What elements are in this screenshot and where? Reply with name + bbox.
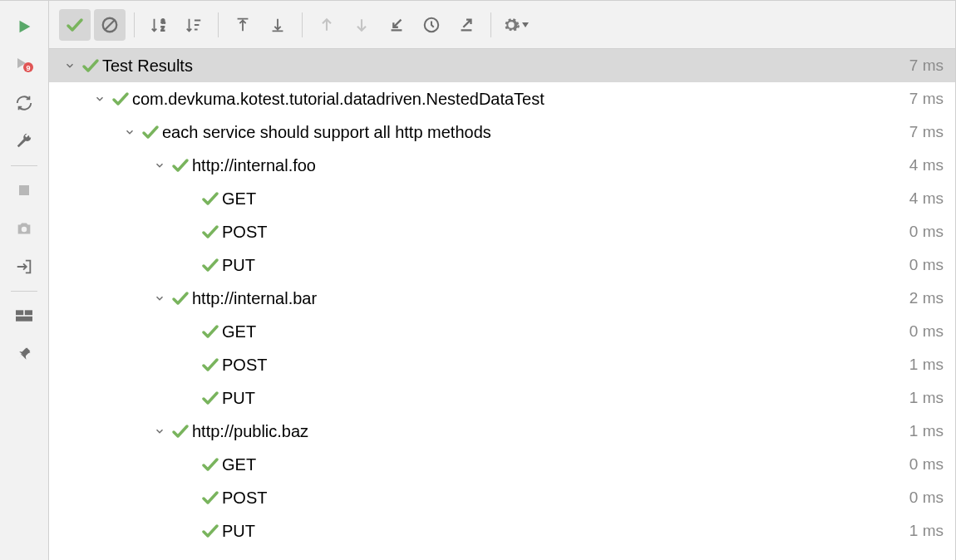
tree-label: POST — [222, 489, 909, 508]
pin-icon[interactable] — [7, 337, 41, 371]
tree-row[interactable]: GET4 ms — [49, 182, 955, 215]
separator — [134, 12, 135, 37]
chevron-down-icon[interactable] — [91, 93, 109, 105]
pass-icon — [199, 454, 222, 474]
test-toolbar: az — [49, 1, 955, 49]
chevron-down-icon[interactable] — [150, 160, 169, 171]
run-sidebar: 9 — [0, 1, 49, 560]
show-passed-toggle[interactable] — [59, 9, 91, 41]
svg-rect-5 — [25, 310, 32, 315]
pass-icon — [169, 288, 192, 308]
export-test-button[interactable] — [451, 9, 482, 41]
tree-label: POST — [222, 356, 909, 375]
show-ignored-toggle[interactable] — [94, 9, 126, 41]
pass-icon — [199, 355, 222, 375]
tree-row[interactable]: http://internal.foo4 ms — [49, 149, 955, 182]
tree-label: GET — [222, 455, 909, 474]
tree-time: 0 ms — [909, 489, 944, 507]
next-test-button[interactable] — [346, 9, 377, 41]
tree-time: 1 ms — [909, 422, 944, 440]
wrench-icon[interactable] — [7, 125, 41, 158]
tree-row[interactable]: PUT0 ms — [49, 248, 955, 282]
pass-icon — [199, 388, 222, 408]
svg-rect-6 — [16, 317, 32, 322]
separator — [11, 165, 37, 166]
tree-row[interactable]: http://public.baz1 ms — [49, 415, 955, 448]
tree-time: 0 ms — [909, 322, 944, 341]
prev-test-button[interactable] — [311, 9, 342, 41]
chevron-down-icon[interactable] — [150, 425, 169, 437]
sort-duration-button[interactable] — [178, 9, 209, 41]
svg-rect-4 — [16, 310, 23, 315]
tree-label: http://internal.bar — [192, 289, 909, 308]
chevron-down-icon[interactable] — [121, 126, 139, 138]
tree-row[interactable]: GET0 ms — [49, 315, 955, 348]
pass-icon — [199, 521, 222, 541]
tree-row[interactable]: http://internal.bar2 ms — [49, 282, 955, 315]
expand-all-button[interactable] — [227, 9, 259, 41]
separator — [302, 12, 303, 37]
chevron-down-icon[interactable] — [150, 292, 169, 304]
tree-label: GET — [222, 189, 909, 209]
pass-icon — [139, 122, 162, 142]
tree-row[interactable]: PUT1 ms — [49, 381, 955, 415]
tree-row[interactable]: com.devkuma.kotest.tutorial.datadriven.N… — [49, 82, 955, 115]
tree-row[interactable]: POST1 ms — [49, 348, 955, 381]
import-test-button[interactable] — [381, 9, 412, 41]
tree-label: PUT — [222, 389, 909, 408]
separator — [490, 12, 491, 37]
svg-text:9: 9 — [26, 64, 30, 72]
pass-icon — [199, 255, 222, 275]
tree-row[interactable]: GET0 ms — [49, 448, 955, 481]
tree-time: 7 ms — [909, 123, 944, 141]
rerun-failed-button[interactable]: 9 — [7, 48, 41, 81]
tree-label: http://public.baz — [192, 422, 909, 441]
tree-row[interactable]: POST0 ms — [49, 481, 955, 514]
svg-rect-2 — [19, 185, 29, 195]
exit-icon[interactable] — [7, 250, 41, 283]
separator — [11, 291, 37, 292]
tree-time: 4 ms — [909, 156, 944, 174]
tree-time: 1 ms — [909, 356, 944, 374]
tree-label: each service should support all http met… — [162, 123, 909, 142]
settings-button[interactable] — [500, 9, 531, 41]
pass-icon — [199, 322, 222, 341]
svg-text:z: z — [161, 25, 165, 32]
tree-label: GET — [222, 322, 909, 341]
tree-label: com.devkuma.kotest.tutorial.datadriven.N… — [132, 90, 909, 109]
test-tree[interactable]: Test Results 7 ms com.devkuma.kotest.tut… — [49, 49, 955, 560]
tree-time: 1 ms — [909, 522, 944, 540]
main-panel: az — [49, 1, 955, 560]
tree-time: 4 ms — [909, 189, 944, 208]
root-time: 7 ms — [909, 56, 944, 75]
svg-line-8 — [106, 20, 115, 29]
tree-label: http://internal.foo — [192, 156, 909, 175]
tree-time: 2 ms — [909, 289, 944, 307]
pass-icon — [169, 155, 192, 175]
tree-row[interactable]: each service should support all http met… — [49, 115, 955, 149]
tree-time: 0 ms — [909, 455, 944, 474]
toggle-auto-test-button[interactable] — [7, 86, 41, 120]
svg-text:a: a — [161, 17, 165, 25]
test-results-root[interactable]: Test Results 7 ms — [49, 49, 955, 82]
tree-row[interactable]: POST0 ms — [49, 215, 955, 248]
tree-time: 0 ms — [909, 223, 944, 241]
tree-label: PUT — [222, 256, 909, 275]
run-button[interactable] — [7, 10, 41, 43]
stop-button[interactable] — [7, 174, 41, 207]
pass-icon — [199, 488, 222, 508]
layout-icon[interactable] — [7, 299, 41, 332]
test-history-button[interactable] — [416, 9, 447, 41]
tree-time: 7 ms — [909, 90, 944, 108]
pass-icon — [169, 421, 192, 441]
collapse-all-button[interactable] — [262, 9, 293, 41]
camera-icon[interactable] — [7, 212, 41, 245]
sort-alpha-button[interactable]: az — [143, 9, 175, 41]
pass-icon — [79, 56, 102, 76]
root-label: Test Results — [102, 56, 909, 76]
svg-point-3 — [22, 227, 27, 232]
tree-label: PUT — [222, 522, 909, 541]
tree-row[interactable]: PUT1 ms — [49, 514, 955, 548]
chevron-down-icon[interactable] — [61, 60, 79, 71]
separator — [218, 12, 219, 37]
